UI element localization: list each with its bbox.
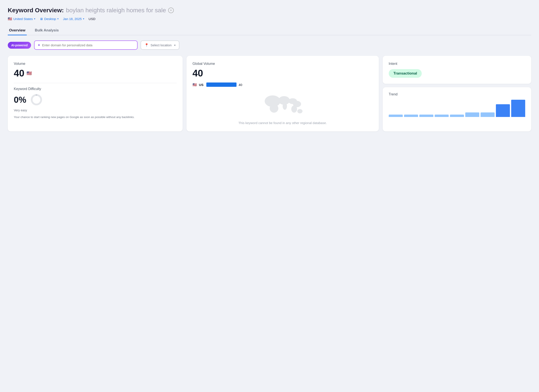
monitor-icon: 🖥 xyxy=(40,17,43,21)
add-keyword-icon[interactable]: + xyxy=(168,8,174,13)
intent-badge: Transactional xyxy=(389,69,422,78)
tab-bulk-analysis[interactable]: Bulk Analysis xyxy=(34,26,60,35)
trend-bars xyxy=(389,100,525,117)
volume-flag: 🇺🇸 xyxy=(27,71,32,76)
divider xyxy=(14,83,177,83)
volume-row: 40 🇺🇸 xyxy=(14,68,177,79)
trend-label: Trend xyxy=(389,92,525,96)
right-col: Intent Transactional Trend xyxy=(383,56,531,131)
global-volume-card: Global Volume 40 🇺🇸 US 40 This keyword c… xyxy=(187,56,379,131)
no-data-text: This keyword cannot be found in any othe… xyxy=(192,120,373,125)
trend-card: Trend xyxy=(383,87,531,131)
country-bar xyxy=(206,82,236,87)
kd-row: 0% xyxy=(14,94,177,106)
ai-powered-badge: AI-powered xyxy=(8,42,31,49)
domain-input[interactable] xyxy=(42,43,134,47)
trend-bar-2 xyxy=(419,115,433,117)
country-bar-value: 40 xyxy=(239,83,242,87)
kd-percent: 0% xyxy=(14,95,26,105)
tabs-row: Overview Bulk Analysis xyxy=(8,26,531,35)
filters-row: 🇺🇸 United States ▾ 🖥 Desktop ▾ Jan 18, 2… xyxy=(8,17,531,21)
keyword-text: boylan heights raleigh homes for sale xyxy=(66,7,166,14)
intent-card: Intent Transactional xyxy=(383,56,531,84)
search-bar-row: AI-powered ✦ 📍 Select location ▾ xyxy=(8,41,531,50)
country-bar-code: US xyxy=(199,83,204,87)
volume-label: Volume xyxy=(14,62,177,66)
cards-row: Volume 40 🇺🇸 Keyword Difficulty 0% Very … xyxy=(8,56,531,131)
svg-point-0 xyxy=(32,95,41,104)
date-filter[interactable]: Jan 18, 2025 ▾ xyxy=(63,17,84,21)
trend-bar-7 xyxy=(496,104,510,117)
page-header: Keyword Overview: boylan heights raleigh… xyxy=(8,7,531,14)
location-chevron: ▾ xyxy=(174,44,175,47)
country-label: United States xyxy=(13,17,33,21)
country-bar-flag: 🇺🇸 xyxy=(192,83,197,87)
intent-label: Intent xyxy=(389,62,525,66)
volume-kd-card: Volume 40 🇺🇸 Keyword Difficulty 0% Very … xyxy=(8,56,183,131)
page-title-prefix: Keyword Overview: xyxy=(8,7,64,14)
svg-point-5 xyxy=(283,103,287,110)
svg-point-3 xyxy=(270,104,278,113)
kd-label: Keyword Difficulty xyxy=(14,87,177,91)
date-chevron: ▾ xyxy=(83,17,84,20)
trend-bar-5 xyxy=(465,113,479,117)
device-chevron: ▾ xyxy=(57,17,59,20)
country-chevron: ▾ xyxy=(34,17,35,20)
global-volume-number: 40 xyxy=(192,68,373,79)
kd-description: Your chance to start ranking new pages o… xyxy=(14,115,177,119)
trend-bar-8 xyxy=(511,100,525,117)
location-select-text: Select location xyxy=(150,43,172,47)
tab-overview[interactable]: Overview xyxy=(8,26,27,35)
country-filter[interactable]: 🇺🇸 United States ▾ xyxy=(8,17,35,21)
world-map-svg xyxy=(261,91,304,117)
svg-point-9 xyxy=(297,109,303,113)
sparkle-icon: ✦ xyxy=(38,43,40,47)
trend-bar-0 xyxy=(389,115,403,117)
global-volume-label: Global Volume xyxy=(192,62,373,66)
svg-point-8 xyxy=(291,105,297,113)
country-bar-row: 🇺🇸 US 40 xyxy=(192,82,373,87)
location-select[interactable]: 📍 Select location ▾ xyxy=(140,41,179,50)
date-label: Jan 18, 2025 xyxy=(63,17,82,21)
trend-bar-4 xyxy=(450,115,464,117)
world-map xyxy=(192,91,373,117)
kd-donut-chart xyxy=(30,94,43,106)
country-flag: 🇺🇸 xyxy=(8,17,12,21)
trend-bar-3 xyxy=(435,115,449,117)
trend-bar-6 xyxy=(481,113,495,117)
kd-difficulty-label: Very easy xyxy=(14,109,177,112)
trend-bar-1 xyxy=(404,115,418,117)
domain-input-wrapper[interactable]: ✦ xyxy=(34,41,138,50)
volume-number: 40 xyxy=(14,68,24,79)
device-filter[interactable]: 🖥 Desktop ▾ xyxy=(40,17,59,21)
device-label: Desktop xyxy=(44,17,56,21)
pin-icon: 📍 xyxy=(144,43,149,47)
currency-label: USD xyxy=(89,17,96,21)
